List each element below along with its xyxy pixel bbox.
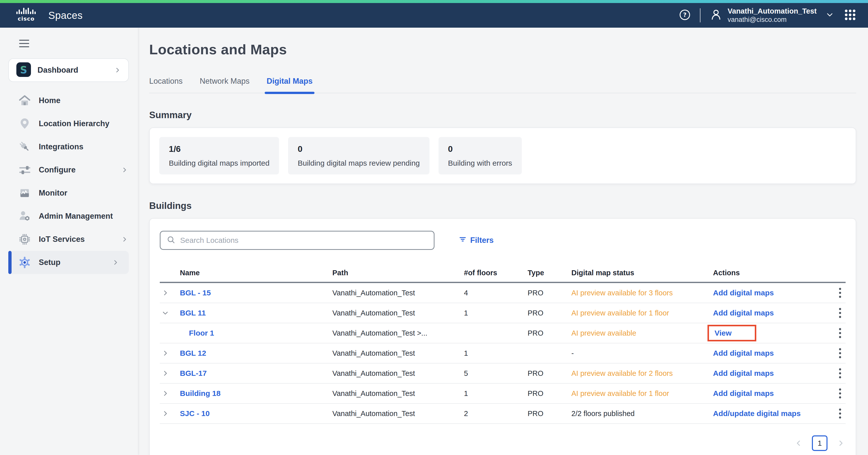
page-title: Locations and Maps bbox=[149, 41, 856, 58]
row-expand-icon[interactable] bbox=[162, 310, 180, 317]
action-highlight-box: Add/update digital maps bbox=[713, 409, 801, 418]
app-header: cisco Spaces ? Vanathi_Automation_Test v… bbox=[0, 3, 868, 28]
row-action-link[interactable]: Add/update digital maps bbox=[713, 409, 801, 418]
building-path: Vanathi_Automation_Test bbox=[332, 289, 464, 297]
hamburger-menu-icon[interactable] bbox=[19, 40, 29, 47]
summary-tile-review-pending: 0 Building digital maps review pending bbox=[288, 137, 429, 174]
kebab-menu-icon[interactable] bbox=[839, 308, 842, 318]
sidebar-item-label: Setup bbox=[39, 258, 112, 267]
building-floors: 1 bbox=[464, 349, 528, 357]
building-path: Vanathi_Automation_Test bbox=[332, 410, 464, 418]
user-menu[interactable]: Vanathi_Automation_Test vanathi@cisco.co… bbox=[710, 6, 834, 24]
chevron-right-icon bbox=[121, 167, 128, 173]
table-row: Floor 1 Vanathi_Automation_Test >... PRO… bbox=[160, 323, 846, 344]
building-floors: 5 bbox=[464, 369, 528, 378]
summary-value: 0 bbox=[448, 144, 512, 154]
filter-icon bbox=[459, 235, 467, 245]
table-row: Building 18 Vanathi_Automation_Test 1 PR… bbox=[160, 384, 846, 404]
tab-bar: Locations Network Maps Digital Maps bbox=[149, 77, 856, 93]
digital-map-status: AI preview available for 2 floors bbox=[571, 369, 713, 378]
sidebar-item-home[interactable]: Home bbox=[0, 89, 138, 112]
sidebar-item-admin-management[interactable]: Admin Management bbox=[0, 205, 138, 228]
building-name-link[interactable]: SJC - 10 bbox=[180, 409, 210, 418]
tab-digital-maps[interactable]: Digital Maps bbox=[267, 77, 313, 93]
kebab-menu-icon[interactable] bbox=[839, 368, 842, 379]
summary-label: Building digital maps imported bbox=[169, 159, 270, 167]
tab-network-maps[interactable]: Network Maps bbox=[200, 77, 250, 93]
building-name-link[interactable]: Building 18 bbox=[180, 389, 221, 397]
previous-page-icon[interactable] bbox=[795, 440, 802, 447]
chevron-right-icon bbox=[121, 236, 128, 242]
sidebar-item-dashboard[interactable]: S Dashboard bbox=[8, 58, 129, 82]
table-row: BGL - 15 Vanathi_Automation_Test 4 PRO A… bbox=[160, 283, 846, 303]
kebab-menu-icon[interactable] bbox=[839, 388, 842, 399]
row-action-link[interactable]: Add digital maps bbox=[713, 349, 774, 357]
kebab-menu-icon[interactable] bbox=[839, 328, 842, 338]
apps-grid-icon[interactable] bbox=[843, 8, 857, 23]
column-header-name: Name bbox=[180, 269, 332, 277]
chip-icon bbox=[18, 233, 32, 246]
row-action-link[interactable]: Add digital maps bbox=[713, 289, 774, 297]
sidebar-item-configure[interactable]: Configure bbox=[0, 158, 138, 182]
kebab-menu-icon[interactable] bbox=[839, 288, 842, 298]
location-pin-icon bbox=[18, 118, 32, 130]
action-highlight-box: Add digital maps bbox=[713, 369, 774, 378]
chevron-down-icon[interactable] bbox=[825, 10, 834, 20]
main-content: Locations and Maps Locations Network Map… bbox=[138, 28, 868, 455]
row-expand-icon[interactable] bbox=[162, 350, 180, 357]
building-name-link[interactable]: BGL 12 bbox=[180, 349, 206, 357]
search-box bbox=[160, 231, 434, 250]
row-expand-icon[interactable] bbox=[162, 410, 180, 417]
table-body: BGL - 15 Vanathi_Automation_Test 4 PRO A… bbox=[160, 283, 846, 424]
row-expand-icon[interactable] bbox=[162, 390, 180, 397]
row-action-link[interactable]: Add digital maps bbox=[713, 389, 774, 397]
digital-map-status: - bbox=[571, 349, 713, 357]
sidebar-item-label: Admin Management bbox=[39, 212, 128, 221]
summary-value: 1/6 bbox=[169, 144, 270, 154]
sidebar-item-location-hierarchy[interactable]: Location Hierarchy bbox=[0, 112, 138, 135]
building-floors: 2 bbox=[464, 410, 528, 418]
summary-tile-errors: 0 Building with errors bbox=[438, 137, 522, 174]
sidebar-item-iot-services[interactable]: IoT Services bbox=[0, 228, 138, 251]
action-highlight-box: Add digital maps bbox=[713, 289, 774, 297]
header-right: ? Vanathi_Automation_Test vanathi@cisco.… bbox=[679, 6, 857, 24]
summary-card: 1/6 Building digital maps imported 0 Bui… bbox=[149, 127, 856, 184]
row-action-link[interactable]: Add digital maps bbox=[713, 369, 774, 377]
row-expand-icon[interactable] bbox=[162, 370, 180, 377]
building-type: PRO bbox=[528, 389, 571, 398]
row-action-link[interactable]: View bbox=[715, 329, 732, 337]
page-number-button[interactable]: 1 bbox=[812, 435, 828, 451]
row-action-link[interactable]: Add digital maps bbox=[713, 309, 774, 317]
action-highlight-box: Add digital maps bbox=[713, 389, 774, 398]
building-name-link[interactable]: Floor 1 bbox=[189, 329, 214, 337]
sidebar-item-integrations[interactable]: Integrations bbox=[0, 135, 138, 158]
digital-map-status: AI preview available for 1 floor bbox=[571, 309, 713, 317]
building-name-link[interactable]: BGL-17 bbox=[180, 369, 207, 377]
action-highlight-box: Add digital maps bbox=[713, 349, 774, 357]
row-expand-icon[interactable] bbox=[162, 289, 180, 296]
summary-heading: Summary bbox=[149, 110, 856, 121]
table-controls: Filters bbox=[160, 231, 846, 250]
digital-map-status: AI preview available for 1 floor bbox=[571, 389, 713, 398]
building-path: Vanathi_Automation_Test >... bbox=[332, 329, 464, 337]
building-name-link[interactable]: BGL - 15 bbox=[180, 289, 211, 297]
table-row: BGL 11 Vanathi_Automation_Test 1 PRO AI … bbox=[160, 303, 846, 323]
sidebar-item-setup[interactable]: Setup bbox=[8, 251, 129, 274]
column-header-type: Type bbox=[528, 269, 571, 277]
next-page-icon[interactable] bbox=[837, 440, 845, 447]
building-name-link[interactable]: BGL 11 bbox=[180, 309, 206, 317]
sidebar-item-monitor[interactable]: Monitor bbox=[0, 182, 138, 205]
home-icon bbox=[18, 94, 32, 107]
building-path: Vanathi_Automation_Test bbox=[332, 369, 464, 378]
action-highlight-box: Add digital maps bbox=[713, 309, 774, 317]
plug-icon bbox=[18, 140, 32, 153]
kebab-menu-icon[interactable] bbox=[839, 408, 842, 419]
filters-button[interactable]: Filters bbox=[459, 235, 494, 245]
summary-label: Building with errors bbox=[448, 159, 512, 167]
kebab-menu-icon[interactable] bbox=[839, 348, 842, 358]
tab-locations[interactable]: Locations bbox=[149, 77, 183, 93]
building-floors: 1 bbox=[464, 309, 528, 317]
user-email: vanathi@cisco.com bbox=[727, 15, 817, 24]
search-input[interactable] bbox=[180, 236, 428, 245]
help-icon[interactable]: ? bbox=[679, 9, 691, 22]
